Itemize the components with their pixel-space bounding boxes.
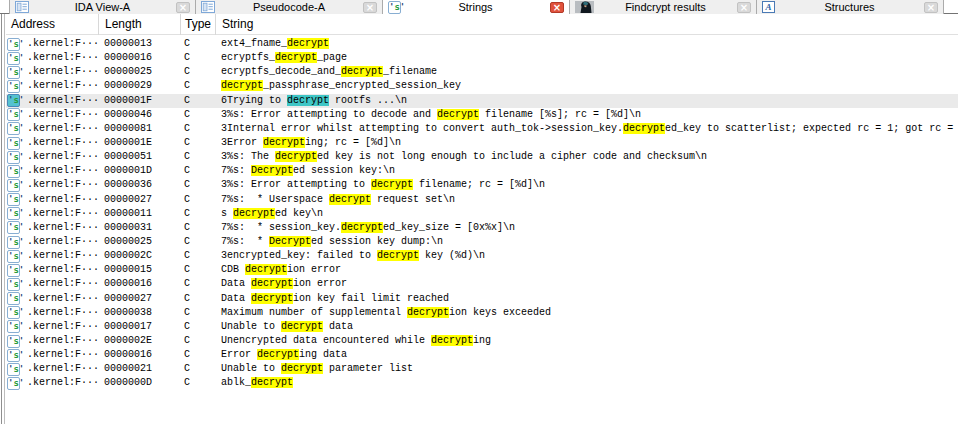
tab-bar: IDA View-A × Pseudocode-A × 's' Strings …	[0, 0, 958, 14]
search-highlight: decrypt	[257, 349, 299, 360]
string-cell: Unencrypted data encountered while decry…	[215, 334, 958, 348]
table-row[interactable]: 's'.kernel:F···00000038CMaximum number o…	[6, 306, 958, 320]
table-row[interactable]: 's'.kernel:F···00000036C3%s: Error attem…	[6, 178, 958, 192]
search-highlight: decrypt	[341, 222, 383, 233]
close-icon[interactable]: ×	[550, 2, 564, 13]
address-cell: 's'.kernel:F···	[6, 235, 98, 249]
tab-pseudocode[interactable]: Pseudocode-A ×	[196, 0, 383, 14]
string-icon: 's'	[7, 80, 20, 93]
search-highlight: decrypt	[287, 38, 329, 49]
table-row[interactable]: 's'.kernel:F···00000015CCDB decryption e…	[6, 263, 958, 277]
table-row[interactable]: 's'.kernel:F···00000029Cdecrypt_passphra…	[6, 79, 958, 93]
close-icon[interactable]: ×	[176, 2, 190, 13]
close-icon[interactable]: ×	[737, 2, 751, 13]
type-cell: C	[180, 65, 215, 79]
string-icon: 's'	[7, 349, 20, 362]
type-cell: C	[180, 292, 215, 306]
table-row[interactable]: 's'.kernel:F···00000016CData decryption …	[6, 277, 958, 291]
length-cell: 00000011	[98, 207, 180, 221]
length-cell: 00000021	[98, 362, 180, 376]
table-row[interactable]: 's'.kernel:F···00000031C7%s: * session_k…	[6, 221, 958, 235]
search-highlight: decrypt	[275, 151, 317, 162]
type-cell: C	[180, 51, 215, 65]
table-row[interactable]: 's'.kernel:F···00000081C3Internal error …	[6, 122, 958, 136]
table-row[interactable]: 's'.kernel:F···0000001FC6Trying to decry…	[6, 94, 958, 108]
length-cell: 0000002E	[98, 334, 180, 348]
table-row[interactable]: 's'.kernel:F···0000002CC3encrypted_key: …	[6, 249, 958, 263]
tab-strings[interactable]: 's' Strings ×	[383, 0, 570, 14]
string-cell: Data decryption key fail limit reached	[215, 292, 958, 306]
search-highlight: decrypt	[431, 335, 473, 346]
string-icon: 's'	[7, 221, 20, 234]
string-cell: Maximum number of supplemental decryptio…	[215, 306, 958, 320]
string-cell: 7%s: * session_key.decrypted_key_size = …	[215, 221, 958, 235]
address-cell: 's'.kernel:F···	[6, 79, 98, 93]
column-header-type[interactable]: Type	[180, 14, 215, 35]
string-icon: 's'	[7, 52, 20, 65]
column-header-length[interactable]: Length	[98, 14, 180, 35]
search-highlight: decrypt	[275, 52, 317, 63]
table-row[interactable]: 's'.kernel:F···00000017CUnable to decryp…	[6, 320, 958, 334]
table-header: Address Length Type String	[6, 14, 958, 35]
table-row[interactable]: 's'.kernel:F···0000002ECUnencrypted data…	[6, 334, 958, 348]
table-row[interactable]: 's'.kernel:F···00000016CError decrypting…	[6, 348, 958, 362]
table-row[interactable]: 's'.kernel:F···00000051C3%s: The decrypt…	[6, 150, 958, 164]
type-cell: C	[180, 320, 215, 334]
table-row[interactable]: 's'.kernel:F···00000021CUnable to decryp…	[6, 362, 958, 376]
string-icon: 's'	[7, 165, 20, 178]
length-cell: 00000016	[98, 348, 180, 362]
type-cell: C	[180, 334, 215, 348]
search-highlight: decrypt	[245, 264, 287, 275]
string-icon: 's'	[7, 66, 20, 79]
string-icon: 's'	[7, 137, 20, 150]
tab-findcrypt-results[interactable]: Findcrypt results ×	[570, 0, 757, 14]
tab-structures[interactable]: A Structures ×	[757, 0, 944, 14]
column-header-address[interactable]: Address	[6, 14, 98, 35]
current-match-highlight: decrypt	[287, 95, 329, 106]
length-cell: 00000031	[98, 221, 180, 235]
length-cell: 00000017	[98, 320, 180, 334]
close-icon[interactable]: ×	[363, 2, 377, 13]
findcrypt-icon	[575, 1, 594, 13]
address-cell: 's'.kernel:F···	[6, 193, 98, 207]
string-cell: Data decryption error	[215, 277, 958, 291]
length-cell: 0000002C	[98, 249, 180, 263]
address-cell: 's'.kernel:F···	[6, 178, 98, 192]
type-cell: C	[180, 348, 215, 362]
strings-icon: 's'	[388, 1, 401, 14]
table-row[interactable]: 's'.kernel:F···00000013Cext4_fname_decry…	[6, 37, 958, 51]
string-icon: 's'	[7, 264, 20, 277]
search-highlight: decrypt	[329, 194, 371, 205]
table-row[interactable]: 's'.kernel:F···00000016Cecryptfs_decrypt…	[6, 51, 958, 65]
table-row[interactable]: 's'.kernel:F···00000046C3%s: Error attem…	[6, 108, 958, 122]
string-icon: 's'	[7, 108, 20, 121]
ida-view-icon	[15, 1, 29, 13]
table-row[interactable]: 's'.kernel:F···0000001EC3Error decryptin…	[6, 136, 958, 150]
length-cell: 00000013	[98, 37, 180, 51]
tab-ida-view[interactable]: IDA View-A ×	[9, 0, 196, 14]
tab-label: Strings	[404, 1, 547, 13]
address-cell: 's'.kernel:F···	[6, 348, 98, 362]
table-row[interactable]: 's'.kernel:F···00000027C7%s: * Userspace…	[6, 193, 958, 207]
table-row[interactable]: 's'.kernel:F···0000001DC7%s: Decrypted s…	[6, 164, 958, 178]
table-row[interactable]: 's'.kernel:F···00000011Cs decrypted key\…	[6, 207, 958, 221]
search-highlight: decrypt	[251, 293, 293, 304]
length-cell: 00000016	[98, 51, 180, 65]
column-header-string[interactable]: String	[215, 14, 958, 35]
length-cell: 00000027	[98, 292, 180, 306]
table-row[interactable]: 's'.kernel:F···00000025Cecryptfs_decode_…	[6, 65, 958, 79]
close-icon[interactable]: ×	[924, 2, 938, 13]
length-cell: 00000015	[98, 263, 180, 277]
table-row[interactable]: 's'.kernel:F···00000027CData decryption …	[6, 292, 958, 306]
table-row[interactable]: 's'.kernel:F···00000025C7%s: * Decrypted…	[6, 235, 958, 249]
length-cell: 00000027	[98, 193, 180, 207]
tab-label: Structures	[778, 1, 921, 13]
table-row[interactable]: 's'.kernel:F···0000000DCablk_decrypt	[6, 376, 958, 390]
search-highlight: Decrypt	[251, 165, 293, 176]
length-cell: 00000025	[98, 235, 180, 249]
search-highlight: decrypt	[377, 250, 419, 261]
search-highlight: decrypt	[251, 278, 293, 289]
string-table-body: 's'.kernel:F···00000013Cext4_fname_decry…	[6, 35, 958, 391]
address-cell: 's'.kernel:F···	[6, 150, 98, 164]
length-cell: 0000001D	[98, 164, 180, 178]
